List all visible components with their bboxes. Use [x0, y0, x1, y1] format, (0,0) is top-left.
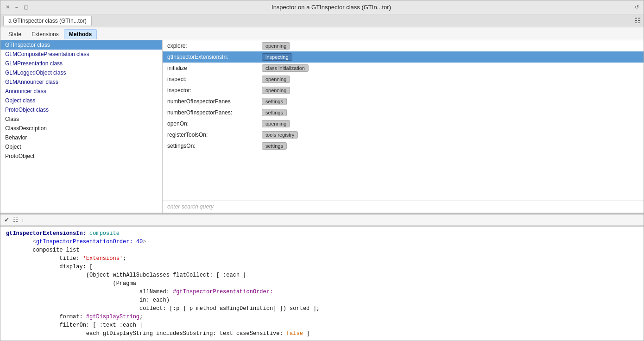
method-name: settingsOn:	[167, 143, 260, 149]
code-line-11: filterOn: [ :text :each |	[6, 321, 638, 329]
method-badge: settings	[262, 109, 287, 116]
maximize-button[interactable]: ▢	[23, 4, 29, 11]
method-badge: openning	[262, 87, 290, 94]
method-row[interactable]: initializeclass initialization	[163, 63, 644, 74]
method-name: inspect:	[167, 76, 260, 82]
code-signature: gtInspectorExtensionsIn: composite	[6, 229, 638, 238]
method-row[interactable]: numberOfInspectorPanessettings	[163, 96, 644, 107]
method-name: numberOfInspectorPanes:	[167, 109, 260, 116]
method-badge: tools registry	[262, 131, 298, 139]
code-toolbar: ✔ ☷ i	[0, 215, 644, 226]
list-item[interactable]: Announcer class	[0, 87, 162, 96]
document-icon[interactable]: ☷	[634, 16, 641, 25]
code-line-10: format: #gtDisplayString;	[6, 313, 638, 321]
reload-button[interactable]: ↺	[633, 4, 640, 11]
method-row[interactable]: inspect:openning	[163, 74, 644, 85]
code-line-1: <gtInspectorPresentationOrder: 40>	[6, 238, 638, 246]
tab-state[interactable]: State	[3, 29, 26, 39]
method-badge: openning	[262, 42, 290, 50]
list-item[interactable]: Class	[0, 114, 162, 124]
method-name: explore:	[167, 43, 260, 49]
list-item[interactable]: ProtoObject	[0, 152, 162, 161]
tab-extensions[interactable]: Extensions	[26, 29, 64, 39]
method-name: initialize	[167, 65, 260, 71]
window-tab-bar: a GTInspector class (GTIn...tor) ☷	[0, 14, 644, 27]
split-pane: GTInspector classGLMCompositePresentatio…	[0, 40, 644, 214]
method-badge: openning	[262, 76, 290, 83]
window-tab[interactable]: a GTInspector class (GTIn...tor)	[3, 16, 92, 25]
search-row[interactable]: enter search query	[163, 200, 644, 213]
list-item[interactable]: Behavior	[0, 133, 162, 142]
method-row[interactable]: numberOfInspectorPanes:settings	[163, 107, 644, 118]
code-panel: gtInspectorExtensionsIn: composite <gtIn…	[0, 226, 644, 341]
code-line-12: each gtDisplayString includesSubstring: …	[6, 329, 638, 338]
code-line-4: display: [	[6, 263, 638, 271]
method-badge: openning	[262, 120, 290, 127]
left-panel: GTInspector classGLMCompositePresentatio…	[0, 40, 163, 213]
code-line-7: allNamed: #gtInspectorPresentationOrder:	[6, 288, 638, 296]
right-panel: explore:openninggtInspectorExtensionsIn:…	[163, 40, 644, 213]
code-line-5: (Object withAllSubclasses flatCollect: […	[6, 271, 638, 279]
method-row[interactable]: openOn:openning	[163, 118, 644, 129]
main-content: GTInspector classGLMCompositePresentatio…	[0, 40, 644, 341]
method-name: inspector:	[167, 87, 260, 94]
method-row[interactable]: registerToolsOn:tools registry	[163, 129, 644, 140]
method-name: gtInspectorExtensionsIn:	[167, 54, 260, 60]
code-line-9: collect: [:p | p method asRingDefinition…	[6, 304, 638, 313]
title-bar-right: ↺	[633, 4, 640, 11]
title-bar: ✕ − ▢ Inspector on a GTInspector class (…	[0, 0, 644, 14]
code-line-3: title: 'Extensions';	[6, 254, 638, 263]
list-item[interactable]: ProtoObject class	[0, 105, 162, 114]
window-title: Inspector on a GTInspector class (GTIn..…	[29, 4, 633, 11]
list-item[interactable]: ClassDescription	[0, 124, 162, 133]
code-line-8: in: each)	[6, 296, 638, 304]
method-badge: inspecting	[262, 53, 292, 61]
browse-button[interactable]: ☷	[13, 216, 19, 223]
list-item[interactable]: GLMLoggedObject class	[0, 68, 162, 77]
tab-methods[interactable]: Methods	[64, 29, 97, 39]
method-badge: class initialization	[262, 64, 309, 72]
list-item[interactable]: GTInspector class	[0, 40, 162, 50]
method-badge: settings	[262, 98, 287, 105]
method-row[interactable]: settingsOn:settings	[163, 140, 644, 152]
method-badge: settings	[262, 142, 287, 150]
window-controls: ✕ − ▢	[4, 4, 29, 11]
close-button[interactable]: ✕	[4, 4, 11, 11]
list-item[interactable]: Object	[0, 142, 162, 152]
code-line-2: composite list	[6, 246, 638, 254]
accept-button[interactable]: ✔	[4, 216, 9, 223]
main-window: ✕ − ▢ Inspector on a GTInspector class (…	[0, 0, 644, 341]
list-item[interactable]: GLMCompositePresentation class	[0, 50, 162, 59]
list-item[interactable]: GLMPresentation class	[0, 59, 162, 68]
method-row[interactable]: explore:openning	[163, 40, 644, 51]
code-section: ✔ ☷ i gtInspectorExtensionsIn: composite…	[0, 214, 644, 341]
method-row[interactable]: inspector:openning	[163, 85, 644, 96]
list-item[interactable]: Object class	[0, 96, 162, 105]
code-line-6: (Pragma	[6, 279, 638, 288]
method-row[interactable]: gtInspectorExtensionsIn:inspecting	[163, 51, 644, 63]
list-item[interactable]: GLMAnnouncer class	[0, 77, 162, 87]
method-name: openOn:	[167, 120, 260, 127]
method-name: numberOfInspectorPanes	[167, 98, 260, 105]
method-name: registerToolsOn:	[167, 132, 260, 138]
tabs-row: State Extensions Methods	[0, 27, 644, 40]
minimize-button[interactable]: −	[13, 4, 20, 11]
info-button[interactable]: i	[22, 216, 24, 223]
